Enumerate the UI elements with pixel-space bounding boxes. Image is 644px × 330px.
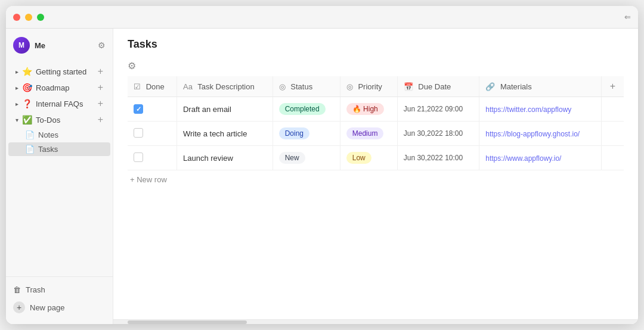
caret-icon: ▾ [16,117,18,123]
main-content: M Me ⚙ ▸ ⭐ Getting started + ▸ 🎯 Roadmap… [6,29,638,324]
scrollbar-area [113,319,638,324]
priority-cell: Low [340,146,397,170]
sidebar-item-label: To-Dos [36,116,94,124]
task-desc-cell: Launch review [177,146,273,170]
sidebar: M Me ⚙ ▸ ⭐ Getting started + ▸ 🎯 Roadmap… [6,29,113,324]
scrollbar-thumb[interactable] [128,320,247,324]
status-cell: New [273,146,340,170]
sidebar-user-section: M Me ⚙ [6,33,113,57]
col-priority-label: Priority [358,82,382,91]
add-icon[interactable]: + [98,66,103,77]
date-col-icon: 📅 [404,82,413,91]
page-content: ⚙ ☑ Done Aa Task Description [113,55,638,319]
document-icon: 📄 [25,130,35,139]
priority-badge[interactable]: Medium [346,127,384,139]
text-col-icon: Aa [183,82,193,91]
due-date-cell: Jun 30,2022 10:00 [397,146,479,170]
sub-item-label: Notes [38,130,58,139]
app-window: ⇐ M Me ⚙ ▸ ⭐ Getting started + ▸ [6,6,638,324]
add-icon[interactable]: + [98,98,103,109]
new-page-label: New page [30,303,65,312]
empty-cell [601,97,624,122]
trash-label: Trash [26,285,45,294]
status-cell: Doing [273,122,340,146]
status-badge[interactable]: New [279,152,305,164]
col-status[interactable]: ◎ Status [273,76,340,97]
caret-icon: ▸ [16,69,18,75]
status-badge[interactable]: Completed [279,103,326,115]
due-date-cell: Jun 30,2022 18:00 [397,122,479,146]
checkbox[interactable] [134,152,143,162]
avatar: M [13,37,30,54]
col-materials[interactable]: 🔗 Materials [479,76,601,97]
col-priority[interactable]: ◎ Priority [340,76,397,97]
sidebar-item-todos[interactable]: ▾ ✅ To-Dos + [8,112,110,127]
materials-link[interactable]: https://blog-appflowy.ghost.io/ [485,130,580,138]
priority-badge[interactable]: 🔥 High [346,103,384,115]
add-icon[interactable]: + [98,82,103,93]
minimize-button[interactable] [25,14,32,21]
grid-settings-icon[interactable]: ⚙ [128,60,624,71]
caret-icon: ▸ [16,101,18,107]
table-row: Write a tech articleDoingMediumJun 30,20… [128,122,624,146]
checkbox-col-icon: ☑ [134,82,141,91]
sidebar-item-label: Getting started [36,67,94,76]
checkbox[interactable] [134,128,143,138]
maximize-button[interactable] [37,14,44,21]
settings-icon[interactable]: ⚙ [98,41,106,50]
priority-cell: 🔥 High [340,97,397,122]
item-emoji: ✅ [22,115,32,124]
priority-badge[interactable]: Low [346,152,371,164]
col-task-desc[interactable]: Aa Task Description [177,76,273,97]
status-badge[interactable]: Doing [279,127,309,139]
priority-cell: Medium [340,122,397,146]
priority-col-icon: ◎ [346,82,353,91]
close-button[interactable] [13,14,20,21]
sidebar-item-internal-faqs[interactable]: ▸ ❓ Internal FAQs + [8,96,110,111]
due-date-cell: Jun 21,2022 09:00 [397,97,479,122]
sidebar-sub-item-tasks[interactable]: 📄 Tasks [8,142,110,156]
collapse-sidebar-icon[interactable]: ⇐ [624,13,631,21]
task-desc-cell: Draft an email [177,97,273,122]
sidebar-sub-item-notes[interactable]: 📄 Notes [8,128,110,142]
document-icon: 📄 [25,145,35,154]
empty-cell [601,146,624,170]
done-cell [128,122,177,146]
caret-icon: ▸ [16,85,18,91]
titlebar: ⇐ [6,6,638,29]
col-done[interactable]: ☑ Done [128,76,177,97]
new-row-button[interactable]: + New row [128,170,624,189]
sub-item-label: Tasks [38,145,58,154]
materials-cell: https://www.appflowy.io/ [479,146,601,170]
done-cell [128,146,177,170]
item-emoji: 🎯 [22,83,32,92]
materials-cell: https://twitter.com/appflowy [479,97,601,122]
add-column-button[interactable]: + [608,79,618,94]
checkbox[interactable] [134,104,143,114]
materials-link[interactable]: https://twitter.com/appflowy [485,105,571,114]
table-row: Draft an emailCompleted🔥 HighJun 21,2022… [128,97,624,122]
table-row: Launch reviewNewLowJun 30,2022 10:00http… [128,146,624,170]
trash-button[interactable]: 🗑 Trash [6,282,113,298]
new-page-button[interactable]: + New page [6,298,113,317]
sidebar-item-label: Roadmap [36,83,94,92]
plus-circle-icon: + [13,301,25,313]
status-cell: Completed [273,97,340,122]
col-date-label: Due Date [418,82,451,91]
add-icon[interactable]: + [98,114,103,125]
materials-cell: https://blog-appflowy.ghost.io/ [479,122,601,146]
page-title: Tasks [113,29,638,55]
trash-icon: 🗑 [13,285,21,294]
sidebar-item-label: Internal FAQs [36,99,94,108]
new-row-label: + New row [130,175,167,184]
sidebar-item-getting-started[interactable]: ▸ ⭐ Getting started + [8,64,110,79]
task-desc-cell: Write a tech article [177,122,273,146]
sidebar-item-roadmap[interactable]: ▸ 🎯 Roadmap + [8,80,110,95]
task-table: ☑ Done Aa Task Description ◎ Status [128,76,624,170]
empty-cell [601,122,624,146]
materials-link[interactable]: https://www.appflowy.io/ [485,154,561,163]
col-due-date[interactable]: 📅 Due Date [397,76,479,97]
status-col-icon: ◎ [279,82,286,91]
main-area: Tasks ⚙ ☑ Done Aa Task Description [113,29,638,324]
col-task-label: Task Description [197,82,254,91]
